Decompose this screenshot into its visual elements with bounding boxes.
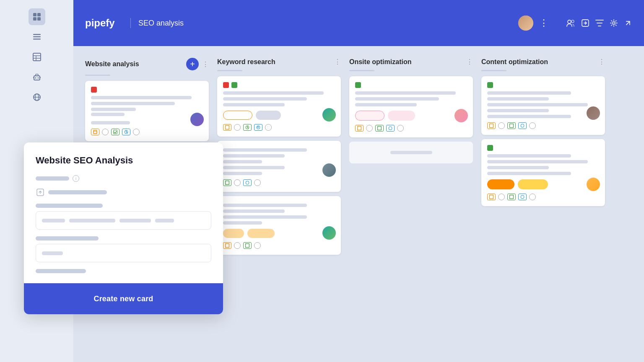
- form-label-area-2: [36, 236, 211, 240]
- svg-rect-43: [510, 195, 514, 199]
- export-header-icon[interactable]: [581, 19, 589, 27]
- upload-icon[interactable]: [36, 188, 45, 197]
- card-line: [223, 160, 262, 163]
- svg-rect-35: [246, 244, 249, 248]
- logo-area: pipefy SEO analysis: [85, 17, 184, 29]
- form-input-2[interactable]: [36, 244, 211, 262]
- card-line: [487, 166, 549, 169]
- svg-point-44: [521, 195, 524, 199]
- form-input-1[interactable]: [36, 211, 211, 230]
- column-menu-website[interactable]: ⋮: [202, 60, 209, 68]
- footer-icon-green: [243, 124, 252, 131]
- empty-line: [390, 151, 432, 154]
- column-menu-keyword[interactable]: ⋮: [334, 58, 341, 66]
- filter-header-icon[interactable]: [595, 19, 604, 27]
- svg-point-33: [246, 181, 249, 184]
- column-menu-onsite[interactable]: ⋮: [466, 58, 473, 66]
- svg-rect-29: [226, 126, 229, 129]
- sidebar-item-list[interactable]: [29, 28, 45, 45]
- svg-rect-1: [37, 13, 41, 16]
- create-new-card-button[interactable]: Create new card: [24, 283, 223, 314]
- header-actions: ⋮: [518, 0, 632, 46]
- card-tags: [91, 87, 203, 93]
- card-tags: [223, 82, 335, 88]
- card-line: [487, 172, 571, 175]
- footer-icon-orange: [91, 129, 99, 135]
- footer-icon: [223, 179, 231, 186]
- footer-icon-circle: [102, 129, 109, 135]
- form-label-line: [36, 269, 86, 273]
- sidebar-item-globe[interactable]: [29, 89, 45, 106]
- column-underline-website: [85, 75, 110, 76]
- card-footer: [223, 242, 335, 249]
- footer-circle2: [254, 179, 261, 186]
- footer-icon-blue: [254, 124, 262, 131]
- card-line: [487, 103, 588, 106]
- footer-circle2: [529, 194, 536, 200]
- column-add-button-website[interactable]: +: [186, 58, 199, 70]
- card-content-2[interactable]: [481, 139, 605, 206]
- card-footer: [355, 125, 467, 132]
- card-avatar: [587, 106, 600, 120]
- svg-rect-7: [33, 53, 41, 61]
- card-line: [223, 97, 307, 101]
- svg-rect-2: [33, 17, 36, 21]
- column-menu-content[interactable]: ⋮: [598, 58, 605, 66]
- card-line: [223, 103, 285, 106]
- footer-icon-blue: [386, 125, 395, 132]
- header: pipefy SEO analysis ⋮: [73, 0, 644, 46]
- users-header-icon[interactable]: [566, 19, 575, 27]
- card-footer: [487, 122, 599, 129]
- create-card-modal: Website SEO Analysis i: [24, 142, 223, 314]
- column-underline-content: [481, 70, 506, 71]
- info-icon[interactable]: i: [73, 175, 79, 182]
- svg-rect-37: [378, 127, 382, 130]
- connect-header-icon[interactable]: [624, 19, 632, 27]
- svg-rect-11: [34, 76, 40, 80]
- card-footer: [223, 124, 335, 131]
- svg-point-41: [521, 124, 524, 127]
- sidebar-item-table[interactable]: [29, 49, 45, 65]
- footer-circle2: [265, 124, 272, 131]
- card-onsite-1[interactable]: [349, 76, 473, 137]
- footer-circle: [498, 122, 505, 129]
- svg-rect-42: [490, 195, 493, 199]
- pipefy-logo: pipefy: [85, 17, 123, 29]
- settings-header-icon[interactable]: [610, 19, 618, 27]
- more-options-icon[interactable]: ⋮: [539, 18, 548, 28]
- card-line: [355, 91, 456, 95]
- sidebar-item-grid[interactable]: [29, 8, 45, 25]
- page-title: SEO analysis: [138, 19, 184, 28]
- user-avatar[interactable]: [518, 16, 533, 31]
- sidebar-item-robot[interactable]: [29, 69, 45, 85]
- card-badge-orange-fill: [487, 179, 514, 189]
- footer-icon-green: [375, 125, 384, 132]
- card-keyword-1[interactable]: [217, 76, 341, 137]
- form-label-line: [36, 236, 99, 240]
- card-footer: [91, 129, 203, 135]
- card-keyword-3[interactable]: [217, 196, 341, 255]
- card-avatar: [322, 108, 336, 122]
- card-line: [355, 103, 417, 106]
- svg-rect-39: [490, 124, 493, 128]
- footer-icon-blue: [243, 179, 252, 186]
- card-avatar: [587, 178, 600, 191]
- card-keyword-2[interactable]: [217, 141, 341, 192]
- svg-rect-12: [36, 74, 38, 76]
- column-header-website: Website analysis + ⋮: [85, 58, 209, 70]
- form-label-line: [36, 176, 69, 181]
- card-avatar: [190, 113, 204, 126]
- svg-point-22: [571, 20, 574, 23]
- modal-footer: Create new card: [24, 283, 223, 314]
- footer-circle: [234, 124, 241, 131]
- modal-title: Website SEO Analysis: [36, 155, 211, 166]
- svg-rect-25: [93, 130, 97, 134]
- card-line: [91, 102, 175, 105]
- svg-rect-40: [510, 124, 514, 128]
- card-website-1[interactable]: [85, 81, 209, 141]
- card-footer: [223, 179, 335, 186]
- card-tags: [487, 82, 599, 88]
- card-content-1[interactable]: [481, 76, 605, 135]
- card-onsite-empty: [349, 142, 473, 163]
- svg-rect-32: [226, 181, 229, 185]
